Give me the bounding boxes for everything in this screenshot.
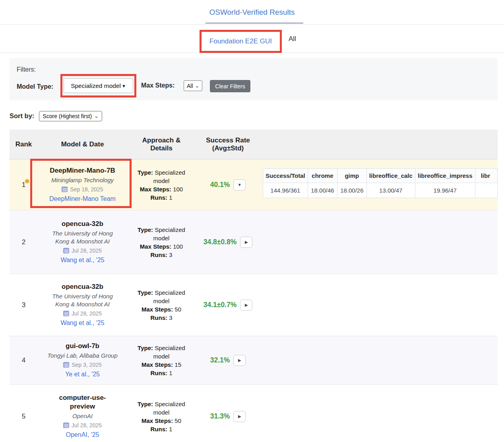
sort-select[interactable]: Score (Highest first) ⌄ <box>39 111 102 121</box>
model-link[interactable]: DeepMiner-Mano Team <box>49 195 116 203</box>
max-steps-select[interactable]: All ⌄ <box>184 80 202 91</box>
tab-foundation-e2e-gui[interactable]: Foundation E2E GUI <box>209 37 272 45</box>
table-row: 2 opencua-32b The University of Hong Kon… <box>10 210 498 274</box>
caret-right-icon: ▶ <box>245 303 248 307</box>
model-organization: Tongyi Lab, Alibaba Group <box>47 352 118 360</box>
filters-panel: Filters: Model Type: Specialized model ▼… <box>10 58 498 100</box>
col-clipped: libr <box>475 169 497 183</box>
success-rate-cell: 31.3% ▶ <box>196 385 260 442</box>
per-app-values-row: 144.96/361 18.00/46 18.00/26 13.00/47 19… <box>263 183 498 198</box>
header-success-rate: Success Rate (Avg±Std) <box>196 130 260 159</box>
value-libreoffice-impress: 19.96/47 <box>415 183 475 198</box>
approach-cell: Type: Specialized model Max Steps: 50 Ru… <box>127 274 196 336</box>
approach-runs: Runs: 1 <box>133 425 190 433</box>
model-type-label: Model Type: <box>17 83 53 90</box>
table-row: 3 opencua-32b The University of Hong Kon… <box>10 274 498 336</box>
per-app-header-row: Success/Total chrome gimp libreoffice_ca… <box>263 169 498 183</box>
model-organization: The University of Hong Kong & Moonshot A… <box>46 292 119 308</box>
model-date: Jul 28, 2025 <box>63 247 102 255</box>
expand-details-button[interactable]: ▶ <box>240 300 252 311</box>
runs-label: Runs: <box>150 426 167 432</box>
max-steps-label: Max Steps: <box>142 361 173 368</box>
details-cell <box>260 210 498 274</box>
col-libreoffice-impress: libreoffice_impress <box>415 169 475 183</box>
expand-details-button[interactable]: ▶ <box>240 237 252 248</box>
model-date: Sep 18, 2025 <box>62 185 103 193</box>
model-link[interactable]: Wang et al., '25 <box>60 256 104 265</box>
chevron-down-icon: ⌄ <box>94 114 99 118</box>
expand-details-button[interactable]: ▶ <box>233 355 246 366</box>
per-app-results-table: Success/Total chrome gimp libreoffice_ca… <box>263 168 498 198</box>
type-label: Type: <box>138 289 153 296</box>
model-date-text: Jul 28, 2025 <box>72 247 102 255</box>
max-steps-label: Max Steps: <box>142 306 173 313</box>
model-organization: OpenAI <box>72 412 93 420</box>
value-gimp: 18.00/26 <box>337 183 367 198</box>
caret-right-icon: ▶ <box>238 414 241 419</box>
approach-cell: Type: Specialized model Max Steps: 100 R… <box>127 160 196 210</box>
active-tab-underline <box>205 23 303 23</box>
rank-cell: 5 <box>10 385 38 442</box>
max-steps-label: Max Steps: <box>141 82 174 89</box>
model-type-dropdown[interactable]: Specialized model ▼ <box>64 78 133 93</box>
success-rate-value: 34.1±0.7% <box>204 301 237 309</box>
model-date-text: Jul 28, 2025 <box>72 421 102 429</box>
annotation-box-foundation-tab: Foundation E2E GUI <box>200 30 282 53</box>
dropdown-caret-icon: ▼ <box>122 84 126 88</box>
approach-type: Type: Specialized model <box>133 288 190 305</box>
expand-details-button[interactable]: ▶ <box>233 411 246 422</box>
details-cell: Success/Total chrome gimp libreoffice_ca… <box>260 160 498 210</box>
col-gimp: gimp <box>337 169 367 183</box>
approach-cell: Type: Specialized model Max Steps: 100 R… <box>127 210 196 274</box>
model-cell: computer-use-preview OpenAI Jul 28, 2025… <box>38 385 127 442</box>
value-chrome: 18.00/46 <box>308 183 337 198</box>
model-link[interactable]: OpenAI, '25 <box>66 430 99 439</box>
col-libreoffice-calc: libreoffice_calc <box>366 169 415 183</box>
model-date: Jul 28, 2025 <box>63 421 102 429</box>
rank-value: 5 <box>22 413 25 421</box>
approach-cell: Type: Specialized model Max Steps: 50 Ru… <box>127 385 196 442</box>
runs-label: Runs: <box>150 314 167 321</box>
details-cell <box>260 274 498 336</box>
table-row: 1 ✱ DeepMiner-Mano-7B Mininglamp Technol… <box>10 160 498 210</box>
tab-osworld-verified-results[interactable]: OSWorld-Verified Results <box>209 8 295 17</box>
success-rate-value: 40.1% <box>210 181 230 189</box>
rank-cell: 4 <box>10 336 38 384</box>
model-name: opencua-32b <box>62 282 103 291</box>
model-link[interactable]: Ye et al., '25 <box>65 370 100 379</box>
details-cell <box>260 336 498 384</box>
success-rate-cell: 34.8±0.8% ▶ <box>196 210 260 274</box>
table-header-row: Rank Model & Date Approach & Details Suc… <box>10 130 498 160</box>
approach-cell: Type: Specialized model Max Steps: 15 Ru… <box>127 336 196 384</box>
max-steps-label: Max Steps: <box>140 186 171 193</box>
caret-right-icon: ▶ <box>238 358 241 362</box>
model-organization: The University of Hong Kong & Moonshot A… <box>46 230 119 245</box>
rank-cell: 2 <box>10 210 38 274</box>
model-date-text: Sep 3, 2025 <box>72 361 102 369</box>
model-cell: opencua-32b The University of Hong Kong … <box>38 210 127 274</box>
collapse-details-button[interactable]: ▼ <box>233 179 246 191</box>
model-name: opencua-32b <box>62 220 103 228</box>
header-rank: Rank <box>10 130 38 159</box>
type-label: Type: <box>138 169 153 176</box>
approach-max-steps: Max Steps: 100 <box>133 185 190 193</box>
runs-label: Runs: <box>150 251 167 258</box>
tab-all[interactable]: All <box>289 25 296 53</box>
value-libreoffice-calc: 13.00/47 <box>366 183 415 198</box>
approach-runs: Runs: 3 <box>133 313 190 322</box>
approach-type: Type: Specialized model <box>133 168 190 185</box>
model-name: gui-owl-7b <box>66 342 99 350</box>
runs-label: Runs: <box>150 370 167 376</box>
model-cell: DeepMiner-Mano-7B Mininglamp Technology … <box>38 160 127 210</box>
model-type-value: Specialized model <box>71 82 121 90</box>
title-bar: OSWorld-Verified Results <box>0 0 504 25</box>
model-date-text: Jul 28, 2025 <box>72 310 102 317</box>
col-chrome: chrome <box>308 169 337 183</box>
clear-filters-button[interactable]: Clear Filters <box>210 80 250 92</box>
model-organization: Mininglamp Technology <box>51 176 114 184</box>
model-link[interactable]: Wang et al., '25 <box>60 319 104 327</box>
sort-select-value: Score (Highest first) <box>43 113 92 119</box>
star-icon: ✱ <box>25 178 30 185</box>
type-label: Type: <box>138 226 153 233</box>
approach-type: Type: Specialized model <box>133 344 190 360</box>
